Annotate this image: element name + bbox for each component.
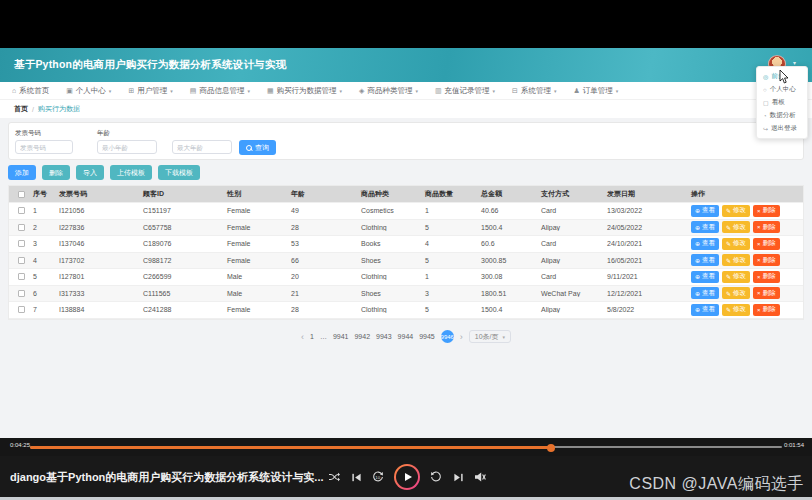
edit-button[interactable]: ✎修改 (722, 221, 750, 233)
invoice-no-input[interactable] (15, 140, 73, 154)
delete-button[interactable]: ×删除 (753, 205, 780, 217)
table-cell: Female (223, 207, 287, 214)
menu-item-logout[interactable]: ↪退出登录 (757, 122, 807, 135)
edit-button[interactable]: ✎修改 (722, 254, 750, 266)
prev-page-arrow[interactable]: ‹ (301, 332, 304, 342)
nav-item-home[interactable]: ⌂系统首页 (12, 86, 49, 96)
shuffle-button[interactable] (328, 471, 340, 483)
edit-icon: ✎ (726, 290, 731, 297)
import-button[interactable]: 导入 (76, 165, 104, 180)
delete-button[interactable]: ×删除 (753, 254, 780, 266)
edit-button[interactable]: ✎修改 (722, 271, 750, 283)
delete-button[interactable]: 删除 (42, 165, 70, 180)
play-icon (405, 473, 412, 481)
page-number[interactable]: 9941 (333, 333, 349, 340)
next-button[interactable] (452, 471, 464, 483)
page-ellipsis[interactable]: … (320, 333, 327, 340)
nav-item-order-mgmt[interactable]: ♟订单管理▾ (573, 86, 618, 96)
next-page-arrow[interactable]: › (460, 332, 463, 342)
order-icon: ♟ (573, 87, 579, 95)
col-header: 顾客ID (139, 189, 223, 199)
search-button[interactable]: 查询 (239, 140, 276, 155)
board-icon: ▢ (763, 99, 769, 106)
delete-button[interactable]: ×删除 (753, 271, 780, 283)
mute-button[interactable] (474, 471, 486, 483)
edit-button[interactable]: ✎修改 (722, 238, 750, 250)
nav-item-recharge-mgmt[interactable]: ▥充值记录管理▾ (435, 86, 495, 96)
page-number[interactable]: 9942 (354, 333, 370, 340)
row-checkbox[interactable] (18, 207, 25, 214)
age-min-input[interactable] (97, 140, 157, 154)
table-cell: 28 (287, 306, 357, 313)
row-checkbox[interactable] (18, 240, 25, 247)
edit-button[interactable]: ✎修改 (722, 205, 750, 217)
data-table: 序号 发票号码 顾客ID 性别 年龄 商品种类 商品数量 总金额 支付方式 发票… (8, 185, 804, 320)
delete-button[interactable]: ×删除 (753, 304, 780, 316)
view-icon: ⊕ (695, 207, 700, 214)
table-cell: 5 (421, 257, 477, 264)
view-button[interactable]: ⊕查看 (691, 287, 719, 299)
previous-button[interactable] (350, 471, 362, 483)
table-cell: C241288 (139, 306, 223, 313)
delete-button[interactable]: ×删除 (753, 221, 780, 233)
nav-item-user-mgmt[interactable]: ⊞用户管理▾ (128, 86, 172, 96)
nav-item-purchase-data-mgmt[interactable]: ▦购买行为数据管理▾ (267, 86, 342, 96)
active-page-number[interactable]: 9946 (441, 330, 454, 343)
view-button[interactable]: ⊕查看 (691, 304, 719, 316)
age-max-input[interactable] (172, 140, 232, 154)
delete-button[interactable]: ×删除 (753, 238, 780, 250)
seek-handle[interactable] (547, 444, 555, 452)
add-button[interactable]: 添加 (8, 165, 36, 180)
row-checkbox[interactable] (18, 257, 25, 264)
row-checkbox[interactable] (18, 306, 25, 313)
elapsed-time: 0:04:25 (10, 442, 30, 448)
table-cell: Alipay (537, 306, 603, 313)
nav-item-personal-center[interactable]: ▣个人中心▾ (66, 86, 111, 96)
table-cell: 20 (287, 273, 357, 280)
view-button[interactable]: ⊕查看 (691, 205, 719, 217)
upload-template-button[interactable]: 上传模板 (110, 165, 152, 180)
delete-icon: × (757, 208, 761, 214)
page-number[interactable]: 9944 (398, 333, 414, 340)
rewind-10-button[interactable]: 10 (372, 471, 384, 483)
page-size-select[interactable]: 10条/页▾ (469, 330, 511, 343)
nav-item-system-mgmt[interactable]: ⊟系统管理▾ (512, 86, 556, 96)
records-icon: ▥ (435, 87, 442, 95)
page-number[interactable]: 9943 (376, 333, 392, 340)
view-button[interactable]: ⊕查看 (691, 221, 719, 233)
player-progress-bar-row: 0:04:25 0:01:54 (0, 438, 812, 456)
row-checkbox[interactable] (18, 290, 25, 297)
menu-item-personal-center[interactable]: ○个人中心 (757, 83, 807, 96)
avatar-caret-icon[interactable]: ▾ (793, 59, 796, 66)
forward-button[interactable] (430, 471, 442, 483)
table-cell: 16/05/2021 (603, 257, 687, 264)
table-row: 4 I173702 C988172 Female 66 Shoes 5 3000… (9, 253, 803, 270)
row-checkbox[interactable] (18, 224, 25, 231)
nav-item-product-info-mgmt[interactable]: ▤商品信息管理▾ (190, 86, 250, 96)
page-number[interactable]: 1 (310, 333, 314, 340)
view-button[interactable]: ⊕查看 (691, 254, 719, 266)
page-number[interactable]: 9945 (419, 333, 435, 340)
menu-item-dashboard[interactable]: ▢看板 (757, 96, 807, 109)
select-all-checkbox[interactable] (18, 191, 25, 198)
menu-item-data-analysis[interactable]: ◔数据分析 (757, 109, 807, 122)
edit-button[interactable]: ✎修改 (722, 287, 750, 299)
delete-icon: × (757, 257, 761, 263)
edit-button[interactable]: ✎修改 (722, 304, 750, 316)
table-cell: 66 (287, 257, 357, 264)
toolbar: 添加 删除 导入 上传模板 下载模板 (8, 165, 200, 180)
chevron-down-icon: ▾ (415, 88, 418, 94)
col-header: 发票号码 (55, 189, 139, 199)
breadcrumb-home[interactable]: 首页 (14, 104, 28, 114)
data-icon: ▦ (267, 87, 274, 95)
view-button[interactable]: ⊕查看 (691, 238, 719, 250)
table-cell: 3000.85 (477, 257, 537, 264)
row-checkbox[interactable] (18, 273, 25, 280)
view-button[interactable]: ⊕查看 (691, 271, 719, 283)
edit-icon: ✎ (726, 273, 731, 280)
download-template-button[interactable]: 下载模板 (158, 165, 200, 180)
nav-item-category-mgmt[interactable]: ◈商品种类管理▾ (359, 86, 418, 96)
play-button[interactable] (394, 464, 420, 490)
seek-bar[interactable] (30, 446, 782, 448)
delete-button[interactable]: ×删除 (753, 287, 780, 299)
